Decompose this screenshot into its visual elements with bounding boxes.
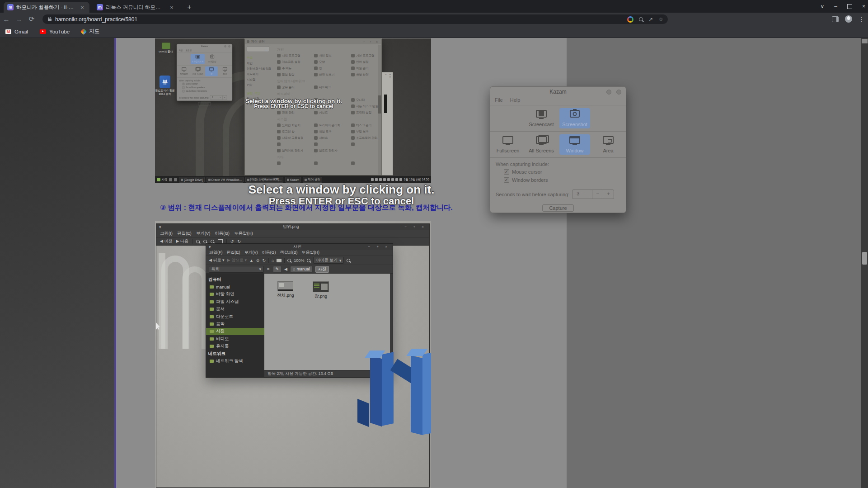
reload-icon[interactable]: ⟳ — [25, 15, 38, 23]
viewer-menu-arrow: ▾ — [159, 225, 177, 229]
chevron-down-icon[interactable]: ∨ — [821, 3, 825, 9]
computer-icon — [277, 259, 282, 262]
back-icon[interactable]: ← — [0, 15, 13, 23]
lens-search-icon[interactable] — [639, 17, 643, 21]
cc-item-label: 소프트웨어 관리자 — [356, 136, 380, 140]
bookmark-star-icon[interactable]: ☆ — [658, 16, 663, 23]
side-panel-icon[interactable] — [832, 16, 839, 22]
delay-label: Seconds to wait before capturing: — [496, 192, 569, 197]
target-all-screens[interactable]: All Screens — [526, 134, 557, 155]
bookmark-item[interactable]: YouTube — [40, 29, 70, 34]
minimize-icon[interactable]: – — [834, 3, 837, 9]
screencast-icon — [196, 55, 200, 59]
file-thumbnail — [277, 281, 293, 291]
desktop-icon-hwp-viewer: 뷰 한컴오피스 한글 2014 뷰어 — [155, 76, 175, 96]
titlebar-circle-icon[interactable] — [616, 90, 621, 95]
mode-screenshot[interactable]: Screenshot — [559, 108, 590, 128]
profile-avatar[interactable] — [845, 15, 852, 23]
tab-inactive[interactable]: m 리눅스 커뮤니티 하모니카(Hamoni × — [93, 2, 179, 13]
post-image-area-example[interactable]: ▾ 범위.png − + × 그림(I)편집(E)보기(V)이동(G)도움말(H… — [155, 221, 431, 488]
include-label: When capturing include: — [490, 158, 626, 168]
taskbar-window-button: 제어 센터 — [303, 177, 322, 183]
file-thumbnail — [313, 281, 329, 292]
option-label: Mouse cursor — [512, 169, 542, 175]
address-bar[interactable]: hamonikr.org/board_practice/5801 ↗ ☆ — [42, 14, 668, 24]
label: 휴지통 — [216, 343, 229, 349]
capture-option: ✓Mouse cursor — [177, 82, 232, 85]
bookmark-item[interactable]: 지도 — [81, 28, 99, 35]
cc-item-icon — [314, 130, 318, 133]
cc-sidebar-item: 개인 — [247, 62, 272, 66]
cc-item-icon — [277, 142, 281, 146]
cc-item-label: 로그인 창 — [282, 130, 295, 134]
spin-minus-icon[interactable]: − — [592, 190, 603, 199]
bookmarks-bar: MGmailYouTube지도 — [0, 25, 868, 38]
mode-screencast[interactable]: Screencast — [526, 108, 557, 128]
menu-item: 도움말(H) — [234, 231, 253, 237]
tab-close-icon[interactable]: × — [79, 4, 86, 11]
titlebar-circle-icon — [224, 45, 226, 47]
new-tab-button[interactable]: + — [184, 2, 195, 13]
menu-item[interactable]: Help — [510, 97, 521, 103]
cc-item-icon — [351, 111, 355, 114]
taskbar-window-label: [Google Drive] — [184, 178, 203, 181]
post-image-window-select[interactable]: user의 폴더 뷰 한컴오피스 한글 2014 뷰어 Kazam파일도움말스크… — [155, 38, 431, 183]
label: 컴퓨터 — [208, 277, 221, 283]
window-buttons: − + × — [363, 40, 380, 43]
cc-item-icon — [351, 73, 355, 76]
menu-dots-icon[interactable]: ⋮ — [859, 16, 864, 23]
target-fullscreen[interactable]: Fullscreen — [493, 134, 523, 155]
target-area[interactable]: Area — [593, 134, 624, 155]
translate-icon[interactable] — [627, 16, 633, 23]
share-icon[interactable]: ↗ — [648, 16, 653, 23]
menu-item[interactable]: File — [495, 97, 503, 103]
maximize-icon[interactable] — [847, 4, 852, 9]
cc-item-label: 개인 정보 — [319, 54, 332, 58]
spin-minus-icon: − — [218, 95, 222, 99]
forward-icon[interactable]: → — [13, 15, 25, 23]
file-item: 창.png — [313, 281, 329, 299]
delay-row: Seconds to wait before capturing:3−+ — [177, 93, 232, 101]
scrollbar-arrow[interactable] — [862, 39, 868, 43]
cc-item — [351, 161, 381, 166]
taskbar-window-label: 제어 센터 — [308, 178, 320, 182]
tab-close-icon[interactable]: × — [168, 4, 175, 11]
capture-button[interactable]: Capture — [542, 204, 573, 212]
cc-item-label: 부팅 복구 — [356, 130, 369, 134]
cc-item-icon — [351, 130, 355, 133]
titlebar-circle-icon[interactable] — [606, 90, 611, 95]
close-icon[interactable]: × — [862, 3, 865, 9]
option-label: Sound from speakers — [186, 86, 205, 89]
target-window[interactable]: Window — [559, 134, 590, 155]
cc-item-icon — [277, 85, 281, 89]
tab-active[interactable]: m 하모니카 활용하기 - II-06. Kazam × — [4, 2, 89, 13]
cc-item: 언어 설정 — [351, 60, 381, 64]
spin-plus-icon[interactable]: + — [603, 190, 614, 199]
cc-item-label: 공유 폴더 — [282, 85, 295, 90]
checkbox[interactable]: ✓ — [504, 177, 509, 183]
cc-item: 소프트웨어 관리자 — [351, 136, 381, 140]
scrollbar-thumb[interactable] — [862, 252, 867, 265]
bookmark-item[interactable]: MGmail — [5, 29, 28, 34]
label: 사진 — [216, 328, 225, 334]
tray-icon — [379, 178, 382, 181]
delay-value: 3 — [210, 95, 218, 99]
desktop-icon-home: user의 폴더 — [156, 43, 176, 54]
cc-section-grid: 시작 프로그램개인 정보기본 프로그램데스크톱 설정모양언어 설정주 메뉴창파일… — [277, 53, 377, 77]
zoom-level: 100% — [294, 258, 304, 263]
cc-item: 업로드 관리자 — [314, 148, 351, 153]
taskbar-window-button: [하모니카(HamoniKR)... — [245, 177, 283, 183]
cc-item-label: 드라이버 관리자 — [319, 123, 340, 128]
taskbar-window-icon — [305, 179, 307, 181]
checkbox[interactable]: ✓ — [504, 169, 509, 175]
kazam-title: Kazam — [177, 44, 232, 48]
youtube-icon — [40, 29, 46, 34]
delay-spinbox[interactable]: 3−+ — [572, 190, 614, 199]
cc-item: 모양 — [314, 60, 351, 64]
label: 음악 — [216, 321, 225, 327]
option-label: Window borders — [512, 177, 548, 183]
cc-item: 디스크 관리 — [351, 123, 381, 128]
checkbox — [183, 86, 185, 89]
mint-menu-icon — [157, 178, 160, 181]
start-button: 시작 — [157, 178, 167, 182]
